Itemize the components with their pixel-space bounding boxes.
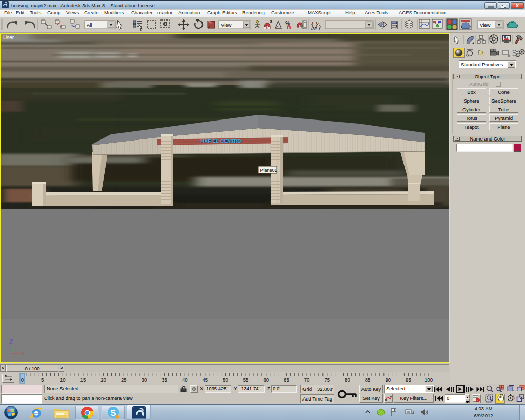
svg-text:65: 65 <box>284 377 289 383</box>
svg-text:All: All <box>87 22 92 28</box>
svg-text:95: 95 <box>406 377 411 383</box>
svg-text:20: 20 <box>100 377 106 383</box>
svg-text:70: 70 <box>304 377 310 383</box>
svg-text:35: 35 <box>161 377 167 383</box>
svg-text:View: View <box>480 22 491 28</box>
svg-text:80: 80 <box>345 377 350 383</box>
svg-text:{}: {} <box>311 21 319 28</box>
svg-text:3: 3 <box>270 19 272 24</box>
svg-text:View: View <box>221 22 232 28</box>
svg-text:5: 5 <box>41 377 44 383</box>
svg-text:%: % <box>285 20 290 26</box>
svg-text:Plane01: Plane01 <box>260 168 277 173</box>
svg-text:30: 30 <box>142 377 147 383</box>
svg-text:55: 55 <box>243 377 249 383</box>
svg-text:ABC: ABC <box>311 28 317 31</box>
svg-text:0: 0 <box>21 377 24 383</box>
svg-text:50: 50 <box>223 377 228 383</box>
svg-text:45: 45 <box>203 377 208 383</box>
svg-text:60: 60 <box>264 377 269 383</box>
svg-text:75: 75 <box>325 377 330 383</box>
svg-text:NAF EL CENTRO: NAF EL CENTRO <box>201 138 241 144</box>
svg-text:10: 10 <box>60 377 66 383</box>
svg-text:85: 85 <box>365 377 371 383</box>
svg-text:15: 15 <box>80 377 86 383</box>
svg-text:100: 100 <box>425 377 433 383</box>
svg-text:User: User <box>3 35 14 41</box>
svg-text:90: 90 <box>385 377 391 383</box>
svg-text:40: 40 <box>182 377 188 383</box>
svg-text:25: 25 <box>121 377 127 383</box>
svg-text:Region: Region <box>486 401 492 403</box>
